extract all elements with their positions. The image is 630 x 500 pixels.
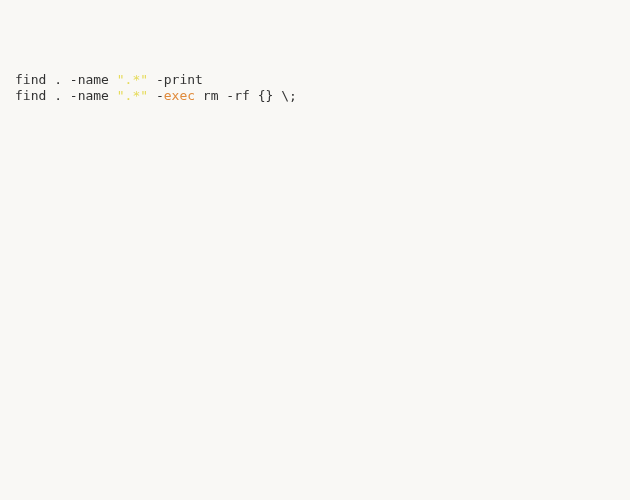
code-token: -: [70, 72, 78, 87]
code-token: \;: [281, 88, 297, 103]
code-token: find .: [15, 88, 70, 103]
code-token: name: [78, 88, 117, 103]
code-token: -: [226, 88, 234, 103]
code-token: rf: [234, 88, 257, 103]
code-token: [148, 88, 156, 103]
code-token: ".*": [117, 88, 148, 103]
code-token: exec: [164, 88, 195, 103]
code-token: name: [78, 72, 117, 87]
code-token: -: [156, 72, 164, 87]
code-token: rm: [195, 88, 226, 103]
code-token: ".*": [117, 72, 148, 87]
code-token: print: [164, 72, 203, 87]
code-token: {}: [258, 88, 274, 103]
code-line: find . -name ".*" -print: [15, 72, 630, 88]
code-token: -: [156, 88, 164, 103]
code-token: find .: [15, 72, 70, 87]
code-token: [273, 88, 281, 103]
code-token: -: [70, 88, 78, 103]
code-line: find . -name ".*" -exec rm -rf {} \;: [15, 88, 630, 104]
code-token: [148, 72, 156, 87]
code-block: find . -name ".*" -printfind . -name ".*…: [15, 72, 630, 105]
